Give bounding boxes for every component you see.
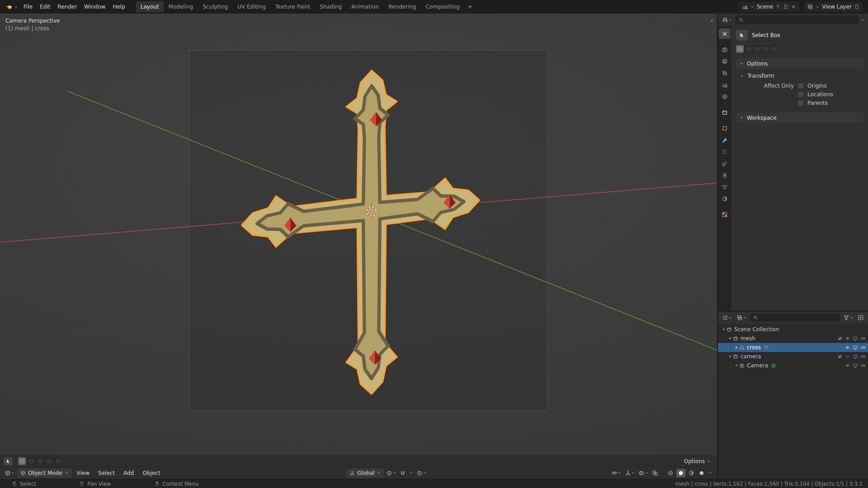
menu-view[interactable]: View — [73, 468, 93, 478]
shading-wireframe-button[interactable] — [666, 469, 675, 477]
select-mode-set-button[interactable] — [736, 45, 744, 53]
tab-object-data[interactable] — [719, 182, 731, 192]
expand-icon[interactable] — [734, 363, 739, 368]
menu-add[interactable]: Add — [120, 468, 137, 478]
tab-texture-paint[interactable]: Texture Paint — [271, 1, 315, 12]
disable-viewport-icon[interactable] — [853, 363, 858, 368]
select-mode-set-button[interactable] — [18, 457, 26, 465]
tab-constraints[interactable] — [719, 170, 731, 180]
panel-workspace-header[interactable]: Workspace — [736, 113, 863, 123]
tab-compositing[interactable]: Compositing — [421, 1, 464, 12]
disable-render-icon[interactable] — [860, 363, 866, 368]
disable-render-icon[interactable] — [860, 354, 866, 359]
row-scene-collection[interactable]: Scene Collection — [718, 325, 868, 334]
menu-window[interactable]: Window — [80, 2, 109, 12]
origins-checkbox[interactable] — [797, 83, 804, 89]
select-mode-subtract-button[interactable] — [753, 45, 761, 53]
shading-settings-dropdown[interactable] — [708, 470, 713, 476]
snap-toggle[interactable] — [399, 469, 407, 477]
tab-physics[interactable] — [719, 158, 731, 169]
tab-object[interactable] — [719, 123, 731, 133]
menu-help[interactable]: Help — [109, 2, 128, 12]
transform-orientation-dropdown[interactable]: Global — [346, 469, 384, 478]
select-mode-invert-button[interactable] — [762, 45, 769, 53]
new-view-layer-button[interactable] — [854, 4, 859, 9]
tab-tool[interactable] — [719, 28, 731, 39]
hide-eye-icon[interactable] — [845, 345, 850, 350]
hide-eye-icon[interactable] — [845, 354, 850, 359]
tab-collection[interactable] — [719, 107, 731, 117]
tab-layout[interactable]: Layout — [136, 1, 164, 12]
active-tool-button[interactable] — [736, 30, 748, 41]
tab-modifiers[interactable] — [719, 135, 731, 145]
tab-scene[interactable] — [719, 80, 731, 90]
editor-type-button[interactable] — [721, 314, 733, 322]
new-collection-button[interactable] — [857, 314, 865, 322]
display-mode-dropdown[interactable] — [736, 314, 748, 322]
sidebar-toggle[interactable] — [709, 18, 715, 25]
view-layer-selector[interactable]: View Layer — [804, 2, 863, 12]
active-tool-button[interactable] — [4, 457, 13, 465]
snap-settings-dropdown[interactable] — [408, 470, 414, 476]
shading-material-button[interactable] — [687, 469, 696, 477]
mode-dropdown[interactable]: Object Mode — [17, 469, 72, 478]
hide-eye-icon[interactable] — [845, 336, 850, 341]
collapse-icon[interactable] — [727, 354, 733, 359]
row-collection-camera[interactable]: camera — [718, 352, 868, 361]
select-mode-intersect-button[interactable] — [770, 45, 778, 53]
tab-rendering[interactable]: Rendering — [384, 1, 420, 12]
xray-toggle[interactable] — [651, 469, 659, 477]
tab-shading[interactable]: Shading — [315, 1, 346, 12]
tab-render[interactable] — [719, 44, 731, 55]
select-mode-invert-button[interactable] — [45, 457, 53, 465]
gizmos-dropdown[interactable] — [624, 469, 636, 477]
pin-scene-button[interactable] — [775, 4, 781, 9]
disable-viewport-icon[interactable] — [853, 354, 858, 359]
row-object-camera[interactable]: Camera — [718, 361, 868, 370]
proportional-edit-toggle[interactable] — [415, 469, 428, 477]
shading-solid-button[interactable] — [676, 469, 685, 477]
select-mode-extend-button[interactable] — [745, 45, 752, 53]
editor-type-button[interactable] — [4, 469, 16, 477]
select-mode-intersect-button[interactable] — [54, 457, 62, 465]
collapse-icon[interactable] — [727, 336, 733, 341]
app-menu-button[interactable] — [4, 3, 20, 10]
panel-options-header[interactable]: Options — [736, 58, 863, 69]
row-collection-mesh[interactable]: mesh — [718, 334, 868, 343]
tab-animation[interactable]: Animation — [347, 1, 383, 12]
outliner-search-input[interactable] — [750, 314, 840, 322]
unlink-scene-button[interactable] — [791, 4, 796, 9]
expand-icon[interactable] — [721, 327, 726, 332]
menu-file[interactable]: File — [20, 2, 36, 12]
locations-checkbox[interactable] — [797, 91, 804, 98]
properties-search-input[interactable] — [736, 15, 859, 24]
row-object-cross[interactable]: cross — [718, 343, 868, 352]
overlays-dropdown[interactable] — [637, 469, 650, 477]
pivot-point-dropdown[interactable] — [385, 469, 397, 477]
exclude-checkbox[interactable] — [837, 354, 843, 359]
parents-checkbox[interactable] — [797, 100, 804, 106]
tab-view-layer[interactable] — [719, 68, 731, 78]
tab-material[interactable] — [719, 193, 731, 204]
show-object-types-dropdown[interactable] — [610, 469, 623, 477]
tab-output[interactable] — [719, 56, 731, 66]
menu-select[interactable]: Select — [94, 468, 118, 478]
shading-rendered-button[interactable] — [697, 469, 706, 477]
editor-type-button[interactable] — [721, 16, 733, 24]
disable-viewport-icon[interactable] — [853, 336, 858, 341]
disable-render-icon[interactable] — [860, 336, 866, 341]
scene-selector[interactable]: Scene — [739, 2, 800, 12]
menu-object[interactable]: Object — [139, 468, 164, 478]
tool-options-dropdown[interactable]: Options — [681, 457, 713, 465]
new-scene-button[interactable] — [783, 4, 788, 9]
filter-dropdown[interactable] — [842, 314, 854, 322]
hide-eye-icon[interactable] — [845, 363, 850, 368]
tab-sculpting[interactable]: Sculpting — [198, 1, 232, 12]
disable-render-icon[interactable] — [860, 345, 866, 350]
chevron-down-icon[interactable] — [861, 18, 865, 22]
expand-icon[interactable] — [734, 345, 739, 350]
exclude-checkbox[interactable] — [837, 336, 843, 341]
tab-modeling[interactable]: Modeling — [164, 1, 198, 12]
disable-viewport-icon[interactable] — [853, 345, 858, 350]
3d-viewport-canvas[interactable]: Camera Perspective (1) mesh | cross — [0, 14, 717, 455]
